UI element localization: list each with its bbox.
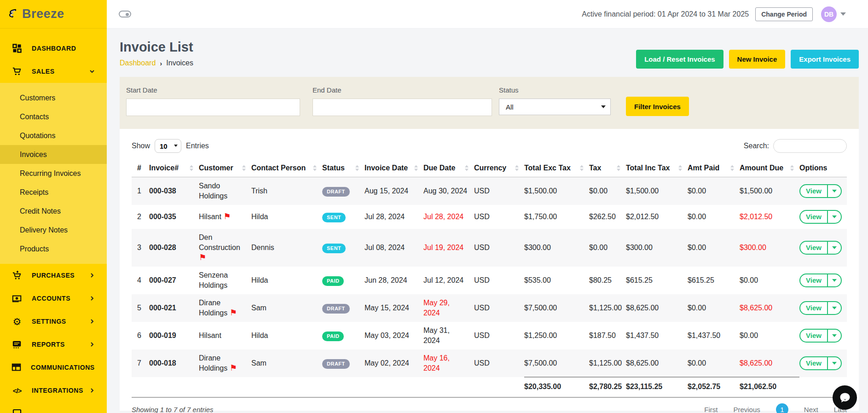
sidebar-item-receipts[interactable]: Receipts	[0, 183, 107, 202]
view-button[interactable]: View	[800, 242, 827, 254]
dashboard-grid-icon	[12, 44, 23, 53]
sidebar-item-contacts[interactable]: Contacts	[0, 107, 107, 126]
view-dropdown-caret-icon[interactable]	[827, 185, 841, 197]
chevron-right-icon	[89, 273, 95, 278]
sidebar-item-partial[interactable]	[0, 402, 107, 413]
export-invoices-button[interactable]: Export Invoices	[791, 50, 859, 69]
total-inc-tax-sum: $23,115.25	[626, 377, 688, 397]
total-exc-tax-sum: $20,335.00	[524, 377, 589, 397]
sidebar-item-reports[interactable]: REPORTS	[0, 333, 107, 356]
col-header-due-date[interactable]: Due Date	[423, 159, 474, 177]
code-icon: </>	[12, 387, 23, 395]
sidebar-item-quotations[interactable]: Quotations	[0, 126, 107, 145]
sidebar-item-settings[interactable]: ⚙ SETTINGS	[0, 310, 107, 333]
chevron-right-icon	[89, 319, 95, 324]
filter-bar: Start Date End Date Status All Filter In…	[120, 77, 859, 129]
sidebar-item-accounts[interactable]: ACCOUNTS	[0, 287, 107, 310]
col-header-amount-due[interactable]: Amount Due	[740, 159, 799, 177]
sort-icons	[313, 165, 317, 171]
financial-period-text: Active financial period: 01 Apr 2024 to …	[582, 10, 749, 18]
square-icon	[12, 409, 23, 413]
col-header-currency[interactable]: Currency	[474, 159, 524, 177]
col-header-total-exc[interactable]: Total Exc Tax	[524, 159, 589, 177]
topbar: Active financial period: 01 Apr 2024 to …	[107, 0, 868, 29]
sidebar-item-credit-notes[interactable]: Credit Notes	[0, 202, 107, 221]
col-header-customer[interactable]: Customer	[199, 159, 251, 177]
brand-logo[interactable]: Breeze	[0, 0, 107, 29]
change-period-button[interactable]: Change Period	[755, 7, 813, 21]
show-label: Show	[132, 142, 150, 150]
sidebar-item-dashboard[interactable]: DASHBOARD	[0, 37, 107, 60]
breadcrumb-chevron-icon: ›	[160, 59, 162, 67]
sidebar-item-integrations[interactable]: </> INTEGRATIONS	[0, 379, 107, 402]
pagination-previous[interactable]: Previous	[733, 406, 760, 413]
user-menu-caret-icon[interactable]	[840, 12, 846, 16]
load-reset-invoices-button[interactable]: Load / Reset Invoices	[636, 50, 723, 69]
search-input[interactable]	[773, 139, 847, 153]
col-header-invoice-date[interactable]: Invoice Date	[365, 159, 423, 177]
col-header-num[interactable]: #	[132, 159, 149, 177]
sidebar-menu: DASHBOARD SALES Customers Contacts Quota…	[0, 37, 107, 413]
chat-messenger-button[interactable]	[833, 385, 857, 410]
sidebar-item-delivery-notes[interactable]: Delivery Notes	[0, 221, 107, 239]
breadcrumb-dashboard-link[interactable]: Dashboard	[120, 59, 156, 67]
pagination-next[interactable]: Next	[804, 406, 818, 413]
pagination-page-1[interactable]: 1	[776, 403, 788, 413]
status-select[interactable]: All	[499, 99, 611, 115]
col-header-amt-paid[interactable]: Amt Paid	[688, 159, 740, 177]
start-date-input[interactable]	[126, 99, 300, 116]
customer-cell: Dirane Holdings ⚑	[199, 294, 251, 322]
view-split-button: View	[799, 273, 842, 287]
table-row: 1 000-038 Sando Holdings Trish DRAFT Aug…	[132, 177, 847, 205]
sales-submenu: Customers Contacts Quotations Invoices R…	[0, 83, 107, 264]
view-dropdown-caret-icon[interactable]	[827, 274, 841, 286]
pagination: First Previous 1 Next Last	[704, 403, 847, 413]
amt-paid-sum: $2,052.75	[688, 377, 740, 397]
view-dropdown-caret-icon[interactable]	[827, 211, 841, 223]
view-button[interactable]: View	[800, 302, 827, 314]
view-dropdown-caret-icon[interactable]	[827, 357, 841, 369]
col-header-invoice[interactable]: Invoice#	[149, 159, 199, 177]
red-flag-icon: ⚑	[199, 253, 206, 262]
filter-invoices-button[interactable]: Filter Invoices	[626, 97, 689, 116]
col-header-status[interactable]: Status	[322, 159, 365, 177]
col-header-total-inc[interactable]: Total Inc Tax	[626, 159, 688, 177]
end-date-input[interactable]	[312, 99, 492, 116]
view-button[interactable]: View	[800, 357, 827, 369]
table-row: 7 000-018 Dirane Holdings ⚑ Sam DRAFT Ma…	[132, 349, 847, 377]
view-button[interactable]: View	[800, 274, 827, 286]
customer-cell: Dirane Holdings ⚑	[199, 349, 251, 377]
view-dropdown-caret-icon[interactable]	[827, 302, 841, 314]
view-button[interactable]: View	[800, 185, 827, 197]
page-size-select[interactable]: 10	[155, 139, 181, 153]
status-badge: PAID	[322, 332, 344, 341]
start-date-label: Start Date	[126, 86, 300, 94]
page-head: Invoice List Dashboard › Invoices Load /…	[107, 29, 868, 77]
col-header-contact[interactable]: Contact Person	[251, 159, 322, 177]
customer-cell: Senzena Holdings	[199, 267, 251, 294]
table-row: 4 000-027 Senzena Holdings Hilda PAID Ju…	[132, 267, 847, 294]
col-header-tax[interactable]: Tax	[589, 159, 626, 177]
table-row: 5 000-021 Dirane Holdings ⚑ Sam DRAFT Ma…	[132, 294, 847, 322]
sidebar-item-communications[interactable]: COMMUNICATIONS	[0, 356, 107, 379]
sidebar-item-invoices[interactable]: Invoices	[0, 145, 107, 164]
col-header-options: Options	[799, 159, 847, 177]
view-dropdown-caret-icon[interactable]	[827, 330, 841, 342]
view-button[interactable]: View	[800, 330, 827, 342]
new-invoice-button[interactable]: New Invoice	[729, 50, 786, 69]
sidebar-item-customers[interactable]: Customers	[0, 88, 107, 107]
view-dropdown-caret-icon[interactable]	[827, 242, 841, 254]
chevron-right-icon	[89, 342, 95, 347]
invoice-table: # Invoice# Customer Contact Person Statu…	[132, 159, 847, 398]
pagination-first[interactable]: First	[704, 406, 718, 413]
sidebar-toggle-icon[interactable]	[119, 11, 131, 17]
sidebar-item-products[interactable]: Products	[0, 239, 107, 258]
sidebar-item-sales[interactable]: SALES	[0, 60, 107, 83]
sidebar-item-purchases[interactable]: PURCHASES	[0, 264, 107, 287]
avatar[interactable]: DB	[821, 6, 837, 22]
chat-bubble-icon	[839, 391, 851, 404]
view-button[interactable]: View	[800, 211, 827, 223]
sort-icons	[515, 165, 519, 171]
view-split-button: View	[799, 241, 842, 255]
sidebar-item-recurring-invoices[interactable]: Recurring Invoices	[0, 164, 107, 183]
